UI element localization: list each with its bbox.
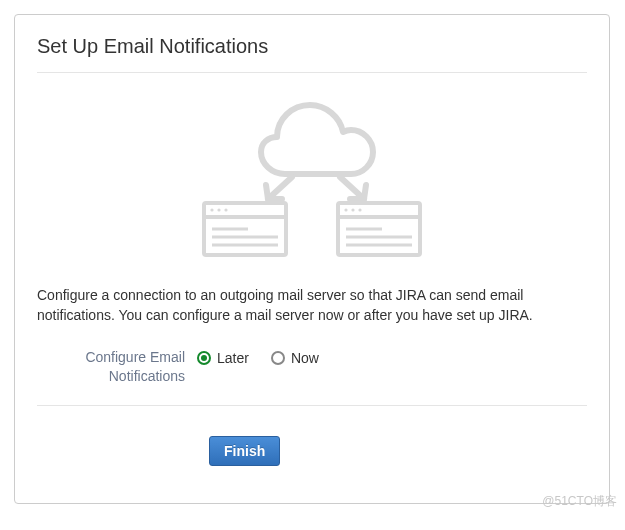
svg-point-11 xyxy=(351,208,354,211)
form-divider xyxy=(37,405,587,406)
svg-point-2 xyxy=(210,208,213,211)
configure-email-row: Configure Email Notifications Later Now xyxy=(37,348,587,387)
configure-email-radio-group: Later Now xyxy=(197,348,319,366)
cloud-to-windows-icon xyxy=(172,87,452,257)
cloud-distribution-illustration xyxy=(37,87,587,257)
svg-point-3 xyxy=(217,208,220,211)
radio-label-later: Later xyxy=(217,350,249,366)
svg-point-10 xyxy=(344,208,347,211)
finish-button[interactable]: Finish xyxy=(209,436,280,466)
configure-email-label: Configure Email Notifications xyxy=(37,348,197,387)
radio-icon xyxy=(271,351,285,365)
watermark-text: @51CTO博客 xyxy=(542,493,617,510)
radio-icon xyxy=(197,351,211,365)
description-text: Configure a connection to an outgoing ma… xyxy=(37,285,587,326)
title-divider xyxy=(37,72,587,73)
svg-point-4 xyxy=(224,208,227,211)
button-row: Finish xyxy=(209,436,587,466)
radio-option-later[interactable]: Later xyxy=(197,350,249,366)
setup-panel: Set Up Email Notifications xyxy=(14,14,610,504)
radio-label-now: Now xyxy=(291,350,319,366)
svg-point-12 xyxy=(358,208,361,211)
page-title: Set Up Email Notifications xyxy=(37,35,587,58)
radio-option-now[interactable]: Now xyxy=(271,350,319,366)
